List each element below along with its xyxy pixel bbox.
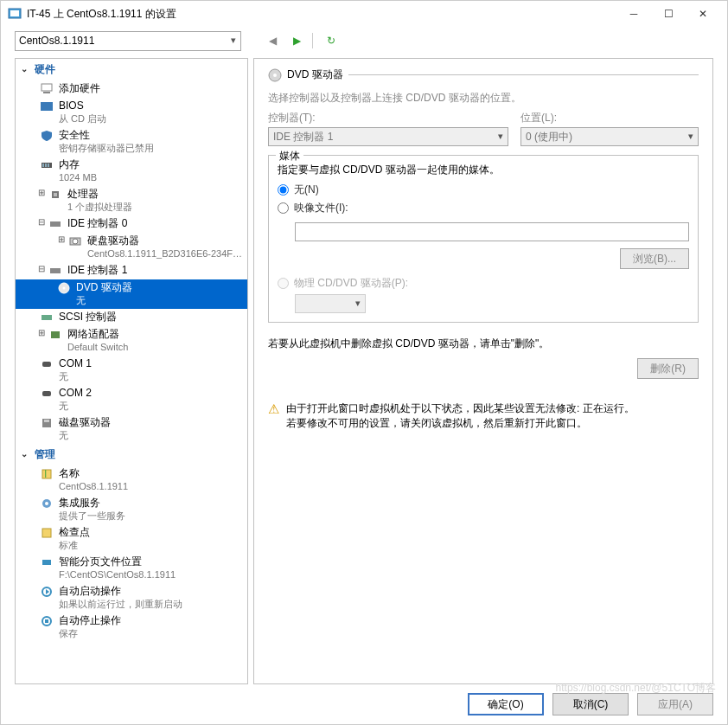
tree-label: SCSI 控制器 [59, 311, 117, 324]
bios-icon [40, 99, 54, 113]
tree-label: BIOS [59, 99, 106, 112]
radio-image-row[interactable]: 映像文件(I): [278, 201, 689, 215]
svg-point-26 [45, 502, 48, 505]
dialog-footer: 确定(O) 取消(C) 应用(A) [1, 684, 727, 724]
location-select[interactable] [520, 127, 699, 146]
warning-icon: ⚠ [268, 401, 279, 417]
svg-point-33 [273, 74, 277, 77]
tree-sub: 无 [59, 370, 92, 383]
tree-label: 自动启动操作 [59, 585, 182, 598]
services-icon [40, 497, 54, 510]
tree-item-name[interactable]: I 名称CentOs8.1.1911 [16, 465, 247, 495]
hardware-section-header[interactable]: ⌄ 硬件 [16, 59, 247, 80]
radio-physical [278, 278, 289, 289]
close-button[interactable]: ✕ [686, 2, 720, 26]
delete-button[interactable]: 删除(R) [637, 358, 699, 379]
tree-label: 磁盘驱动器 [59, 416, 111, 429]
tree-sub: 如果以前运行过，则重新启动 [59, 598, 182, 611]
tree-label: COM 1 [59, 357, 92, 370]
expand-icon[interactable]: ⊞ [36, 188, 47, 197]
expand-icon[interactable]: ⊞ [57, 234, 67, 244]
svg-rect-19 [42, 362, 51, 367]
tree-item-com1[interactable]: COM 1无 [16, 356, 247, 385]
tree-item-hdd[interactable]: ⊞ 硬盘驱动器CentOs8.1.1911_B2D316E6-234F-400.… [16, 233, 247, 262]
tree-item-autostart[interactable]: 自动启动操作如果以前运行过，则重新启动 [16, 583, 247, 613]
serial-port-icon [40, 357, 54, 371]
tree-item-smartpaging[interactable]: 智能分页文件位置F:\CentOS\CentOs8.1.1911 [16, 554, 247, 583]
cancel-button[interactable]: 取消(C) [552, 693, 629, 715]
radio-image[interactable] [278, 202, 289, 214]
tree-item-checkpoint[interactable]: 检查点标准 [16, 524, 247, 554]
tree-item-com2[interactable]: COM 2无 [16, 385, 247, 414]
tree-label: IDE 控制器 0 [67, 217, 127, 230]
floppy-icon [40, 416, 54, 430]
collapse-icon[interactable]: ⊟ [36, 217, 47, 227]
svg-rect-31 [45, 619, 48, 623]
serial-port-icon [40, 387, 54, 401]
section-label: 管理 [35, 448, 55, 460]
controller-select[interactable] [268, 127, 508, 146]
autostart-icon [40, 585, 54, 599]
detail-hint: 选择控制器以及控制器上连接 CD/DVD 驱动器的位置。 [268, 91, 699, 106]
scsi-icon [40, 311, 54, 324]
tree-label: 名称 [59, 467, 128, 480]
svg-rect-1 [10, 10, 19, 16]
controller-icon [48, 217, 62, 231]
collapse-icon: ⌄ [21, 64, 28, 74]
tree-label: 硬盘驱动器 [87, 234, 244, 247]
management-section-header[interactable]: ⌄ 管理 [16, 444, 247, 465]
tree-label: COM 2 [59, 387, 92, 400]
tree-label: 检查点 [59, 526, 90, 539]
tree-item-add-hardware[interactable]: 添加硬件 [16, 80, 247, 98]
tree-item-cpu[interactable]: ⊞ 处理器1 个虚拟处理器 [16, 186, 247, 215]
nav-forward-icon[interactable]: ▶ [288, 35, 305, 47]
svg-rect-8 [48, 164, 49, 167]
tree-item-security[interactable]: 安全性密钥存储驱动器已禁用 [16, 127, 247, 157]
divider [348, 74, 699, 75]
tree-sub: 无 [76, 294, 132, 307]
browse-button[interactable]: 浏览(B)... [620, 248, 689, 269]
tree-item-network[interactable]: ⊞ 网络适配器Default Switch [16, 326, 247, 356]
shield-icon [40, 129, 54, 143]
svg-point-16 [63, 287, 66, 290]
refresh-icon[interactable]: ↻ [322, 35, 340, 47]
collapse-icon: ⌄ [21, 449, 28, 459]
tree-label: 处理器 [67, 188, 132, 201]
radio-none-row[interactable]: 无(N) [278, 183, 689, 197]
tree-item-ide1[interactable]: ⊟ IDE 控制器 1 [16, 262, 247, 279]
remove-hint: 若要从此虚拟机中删除虚拟 CD/DVD 驱动器，请单击"删除"。 [268, 337, 699, 351]
apply-button[interactable]: 应用(A) [637, 693, 713, 715]
radio-none[interactable] [278, 184, 289, 196]
svg-rect-22 [44, 420, 49, 422]
tree-sub: 从 CD 启动 [59, 112, 106, 125]
tree-item-floppy[interactable]: 磁盘驱动器无 [16, 414, 247, 444]
location-label: 位置(L): [520, 111, 699, 125]
svg-text:I: I [44, 468, 47, 480]
warning-text-2: 若要修改不可用的设置，请关闭该虚拟机，然后重新打开此窗口。 [286, 416, 635, 431]
svg-rect-27 [42, 529, 51, 537]
tree-item-dvd[interactable]: DVD 驱动器无 [16, 279, 247, 309]
minimize-button[interactable]: ─ [616, 2, 651, 26]
svg-rect-20 [42, 391, 51, 396]
tree-item-memory[interactable]: 内存1024 MB [16, 157, 247, 186]
tree-item-scsi[interactable]: SCSI 控制器 [16, 309, 247, 326]
ok-button[interactable]: 确定(O) [468, 693, 544, 715]
tree-sub: 1 个虚拟处理器 [67, 201, 132, 214]
tree-item-integration[interactable]: 集成服务提供了一些服务 [16, 495, 247, 524]
maximize-button[interactable]: ☐ [651, 2, 686, 26]
tree-item-autostop[interactable]: 自动停止操作保存 [16, 613, 247, 642]
media-group-title: 媒体 [276, 149, 303, 164]
expand-icon[interactable]: ⊞ [36, 328, 47, 337]
image-path-input[interactable] [295, 222, 689, 241]
name-icon: I [40, 467, 54, 481]
warning-text-1: 由于打开此窗口时虚拟机处于以下状态，因此某些设置无法修改: 正在运行。 [286, 401, 635, 416]
svg-rect-11 [50, 221, 61, 227]
nav-back-icon[interactable]: ◀ [264, 35, 281, 47]
memory-icon [40, 158, 54, 172]
tree-item-bios[interactable]: BIOS从 CD 启动 [16, 98, 247, 127]
collapse-icon[interactable]: ⊟ [36, 264, 47, 273]
tree-item-ide0[interactable]: ⊟ IDE 控制器 0 [16, 215, 247, 233]
vm-selector[interactable] [15, 31, 241, 51]
hdd-icon [68, 234, 82, 248]
media-group: 媒体 指定要与虚拟 CD/DVD 驱动器一起使用的媒体。 无(N) 映像文件(I… [268, 155, 699, 323]
